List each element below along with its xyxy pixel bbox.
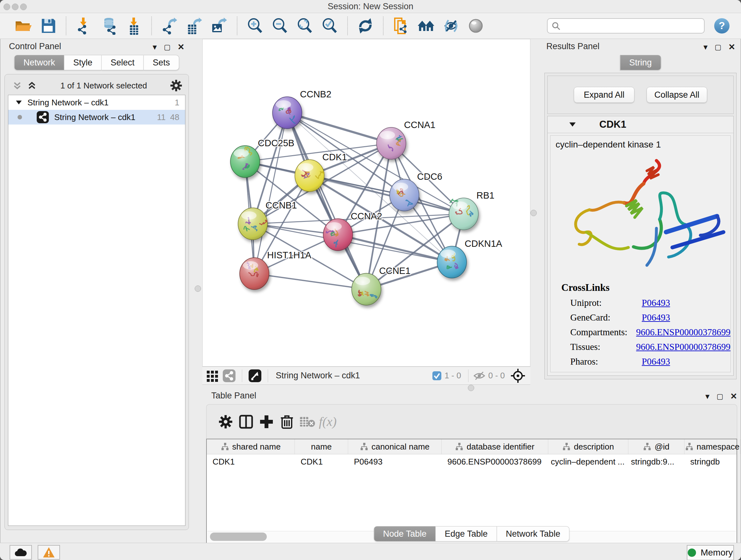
import-network-database-button[interactable]: [99, 17, 118, 35]
zoom-out-button[interactable]: [271, 17, 289, 35]
crosslink-link[interactable]: P06493: [642, 310, 670, 325]
control-panel-float-icon[interactable]: ▢: [164, 43, 171, 51]
crosslink-link[interactable]: P06493: [642, 295, 670, 310]
cell-database-identifier[interactable]: 9606.ENSP00000378699: [442, 454, 548, 469]
node-CDK1[interactable]: [295, 160, 324, 192]
node-CCNA2[interactable]: [323, 219, 353, 251]
node-HIST1H1A[interactable]: [240, 258, 269, 290]
table-panel-float-icon[interactable]: ▢: [717, 392, 723, 401]
column-header-database-identifier[interactable]: database identifier: [442, 439, 548, 454]
table-settings-button[interactable]: [215, 412, 236, 432]
clone-network-button[interactable]: [392, 17, 410, 35]
hidden-eye-icon[interactable]: [473, 371, 486, 381]
import-network-file-button[interactable]: [75, 17, 93, 35]
results-panel-float-menu-icon[interactable]: ▾: [703, 42, 708, 52]
tab-sets[interactable]: Sets: [144, 55, 179, 70]
string-home-button[interactable]: [417, 17, 435, 35]
export-table-button[interactable]: [185, 17, 204, 35]
results-panel-close-icon[interactable]: ✕: [728, 42, 735, 52]
column-header-namespace[interactable]: namespace: [684, 439, 740, 454]
export-network-button[interactable]: [160, 17, 179, 35]
crosslink-link[interactable]: 9606.ENSP00000378699: [636, 325, 731, 339]
add-column-button[interactable]: [256, 412, 277, 432]
expand-all-button[interactable]: Expand All: [574, 87, 634, 103]
cell-name[interactable]: CDK1: [295, 454, 348, 469]
birds-eye-view-icon[interactable]: [247, 366, 263, 386]
node-RB1[interactable]: [449, 198, 478, 230]
gene-section-header[interactable]: CDK1: [548, 116, 733, 133]
network-tree-root-row[interactable]: String Network – cdk1 1: [8, 95, 185, 110]
crosslink-link[interactable]: 9606.ENSP00000378699: [636, 339, 731, 354]
tab-style[interactable]: Style: [64, 55, 102, 70]
tab-select[interactable]: Select: [102, 55, 144, 70]
control-panel-close-icon[interactable]: ✕: [178, 42, 185, 52]
crosslink-link[interactable]: P06493: [642, 354, 670, 369]
save-session-button[interactable]: [39, 17, 57, 35]
export-image-button[interactable]: [210, 17, 228, 35]
cell-namespace[interactable]: stringdb: [684, 454, 740, 469]
search-input[interactable]: [547, 18, 704, 34]
tab-node-table[interactable]: Node Table: [374, 526, 435, 542]
expand-all-networks-icon[interactable]: [26, 80, 37, 91]
right-splitter-handle[interactable]: [530, 210, 537, 216]
tab-network-table[interactable]: Network Table: [497, 526, 569, 542]
export-image-icon: [210, 17, 228, 35]
section-collapse-icon[interactable]: [569, 121, 576, 128]
network-tree-child-row[interactable]: String Network – cdk1 11 48: [8, 110, 185, 125]
node-CCNA1[interactable]: [377, 127, 406, 159]
tab-string[interactable]: String: [620, 55, 661, 70]
zoom-fit-button[interactable]: [295, 17, 314, 35]
delete-column-button[interactable]: [277, 412, 297, 432]
tab-edge-table[interactable]: Edge Table: [435, 526, 497, 542]
warning-button[interactable]: [38, 545, 60, 560]
edge-CCNB2-CCNA1[interactable]: [287, 113, 391, 143]
table-panel-close-icon[interactable]: ✕: [730, 391, 737, 401]
edge-HIST1H1A-CCNE1[interactable]: [254, 273, 366, 289]
node-CCNE1[interactable]: [352, 273, 381, 305]
node-CDC6[interactable]: [390, 179, 419, 211]
column-header-description[interactable]: description: [548, 439, 628, 454]
open-session-button[interactable]: [14, 17, 32, 35]
node-CCNB2[interactable]: [273, 97, 302, 129]
column-header--id[interactable]: @id: [628, 439, 684, 454]
memory-button[interactable]: Memory: [687, 545, 734, 560]
column-header-name[interactable]: name: [295, 439, 348, 454]
refresh-view-button[interactable]: [356, 17, 375, 35]
network-options-gear-icon[interactable]: [170, 79, 182, 91]
node-CDC25B[interactable]: [230, 145, 260, 178]
node-CDKN1A[interactable]: [437, 246, 467, 278]
node-CCNB1[interactable]: [238, 208, 267, 240]
grid-view-icon[interactable]: [204, 366, 221, 386]
cloud-button[interactable]: [10, 545, 32, 560]
column-header-shared-name[interactable]: shared name: [207, 439, 295, 454]
table-panel-float-menu-icon[interactable]: ▾: [705, 391, 710, 401]
results-panel-float-icon[interactable]: ▢: [715, 43, 721, 51]
column-header-canonical-name[interactable]: canonical name: [348, 439, 442, 454]
center-view-crosshair-icon[interactable]: [511, 368, 525, 383]
tree-collapse-icon[interactable]: [15, 99, 22, 106]
scrollbar-thumb[interactable]: [210, 533, 267, 541]
left-splitter-handle[interactable]: [195, 286, 201, 292]
collapse-all-button[interactable]: Collapse All: [647, 87, 707, 103]
cell-shared-name[interactable]: CDK1: [207, 454, 295, 469]
import-table-file-button[interactable]: [125, 17, 143, 35]
glass-ball-button[interactable]: [467, 17, 485, 35]
edge-CCNB2-CCNE1[interactable]: [287, 113, 366, 289]
tab-network[interactable]: Network: [14, 55, 64, 70]
hide-unhide-button[interactable]: [442, 17, 460, 35]
cell-canonical-name[interactable]: P06493: [348, 454, 442, 469]
zoom-in-button[interactable]: [246, 17, 264, 35]
cell-description[interactable]: cyclin–dependent ...: [548, 454, 628, 469]
cell--id[interactable]: stringdb:9...: [628, 454, 684, 469]
help-button[interactable]: ?: [714, 17, 730, 34]
zoom-selected-button[interactable]: [320, 17, 339, 35]
network-share-view-icon[interactable]: [221, 366, 238, 386]
table-row[interactable]: CDK1CDK1P064939606.ENSP00000378699cyclin…: [207, 454, 737, 469]
crosslink-label: GeneCard:: [570, 310, 642, 325]
show-columns-button[interactable]: [236, 412, 256, 432]
selected-checkbox-icon[interactable]: [432, 371, 442, 381]
collapse-all-networks-icon[interactable]: [12, 80, 23, 91]
control-panel-float-menu-icon[interactable]: ▾: [152, 42, 157, 52]
edge-CCNB2-HIST1H1A[interactable]: [254, 113, 287, 273]
network-canvas[interactable]: CCNB2CCNA1CDC25BCDK1CDC6RB1CCNB1CCNA2CDK…: [202, 39, 530, 367]
